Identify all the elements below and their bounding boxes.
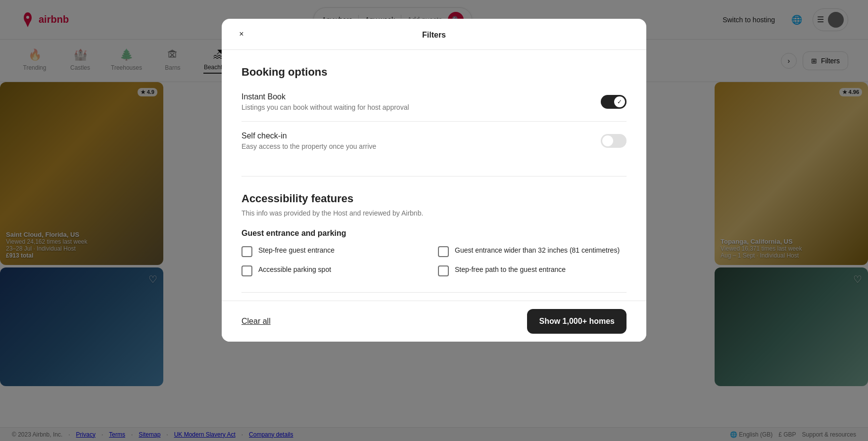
instant-book-label: Instant Book xyxy=(241,92,409,101)
entrance-parking-subtitle: Guest entrance and parking xyxy=(241,229,627,238)
toggle-check-icon: ✓ xyxy=(617,98,622,105)
checkbox-label: Guest entrance wider than 32 inches (81 … xyxy=(455,246,620,256)
booking-options-title: Booking options xyxy=(241,66,627,79)
instant-book-row: Instant Book Listings you can book witho… xyxy=(241,83,627,121)
instant-book-desc: Listings you can book without waiting fo… xyxy=(241,103,409,111)
accessibility-title: Accessibility features xyxy=(241,192,627,205)
modal-footer: Clear all Show 1,000+ homes xyxy=(222,301,646,342)
close-icon: × xyxy=(239,30,243,39)
checkbox-step-free-path[interactable]: Step-free path to the guest entrance xyxy=(438,265,627,276)
show-homes-button[interactable]: Show 1,000+ homes xyxy=(527,309,627,334)
self-checkin-desc: Easy access to the property once you arr… xyxy=(241,142,376,150)
instant-book-toggle[interactable]: ✓ xyxy=(601,95,627,109)
checkbox-accessible-parking[interactable]: Accessible parking spot xyxy=(241,265,430,276)
instant-book-info: Instant Book Listings you can book witho… xyxy=(241,92,409,111)
self-checkin-row: Self check-in Easy access to the propert… xyxy=(241,121,627,160)
checkbox-label: Step-free path to the guest entrance xyxy=(455,265,566,275)
modal-content: Booking options Instant Book Listings yo… xyxy=(222,50,646,301)
modal-title: Filters xyxy=(422,31,446,40)
modal-close-button[interactable]: × xyxy=(234,26,249,42)
accessibility-section: Accessibility features This info was pro… xyxy=(241,176,627,293)
checkbox-label: Accessible parking spot xyxy=(258,265,331,275)
checkbox-box xyxy=(241,246,252,257)
accessibility-checkboxes: Step-free guest entrance Guest entrance … xyxy=(241,246,627,276)
modal-header: × Filters xyxy=(222,19,646,50)
toggle-knob: ✓ xyxy=(614,96,625,107)
self-checkin-toggle[interactable] xyxy=(601,134,627,148)
self-checkin-info: Self check-in Easy access to the propert… xyxy=(241,132,376,150)
checkbox-wider-entrance[interactable]: Guest entrance wider than 32 inches (81 … xyxy=(438,246,627,257)
filters-modal: × Filters Booking options Instant Book L… xyxy=(222,19,646,342)
toggle-knob xyxy=(602,135,613,146)
bottom-padding xyxy=(241,293,627,301)
checkbox-label: Step-free guest entrance xyxy=(258,246,335,256)
accessibility-subtitle: This info was provided by the Host and r… xyxy=(241,209,627,217)
checkbox-step-free-entrance[interactable]: Step-free guest entrance xyxy=(241,246,430,257)
booking-options-section: Booking options Instant Book Listings yo… xyxy=(241,50,627,176)
checkbox-box xyxy=(241,265,252,276)
checkbox-box xyxy=(438,265,449,276)
checkbox-box xyxy=(438,246,449,257)
self-checkin-label: Self check-in xyxy=(241,132,376,140)
clear-all-button[interactable]: Clear all xyxy=(241,317,271,326)
